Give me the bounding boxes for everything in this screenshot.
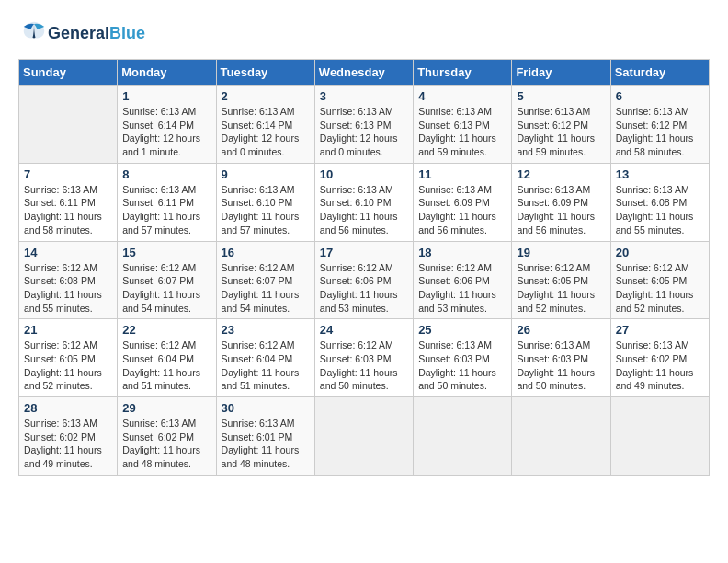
calendar-day-cell: 9Sunrise: 6:13 AMSunset: 6:10 PMDaylight… bbox=[216, 163, 314, 241]
day-of-week-header: Friday bbox=[512, 60, 610, 86]
calendar-day-cell: 19Sunrise: 6:12 AMSunset: 6:05 PMDayligh… bbox=[512, 241, 610, 319]
day-info: Sunrise: 6:13 AMSunset: 6:01 PMDaylight:… bbox=[222, 417, 310, 471]
calendar-day-cell: 13Sunrise: 6:13 AMSunset: 6:08 PMDayligh… bbox=[610, 163, 709, 241]
calendar-day-cell: 8Sunrise: 6:13 AMSunset: 6:11 PMDaylight… bbox=[118, 163, 216, 241]
day-number: 8 bbox=[122, 167, 210, 181]
day-number: 15 bbox=[122, 246, 210, 259]
day-info: Sunrise: 6:12 AMSunset: 6:05 PMDaylight:… bbox=[24, 339, 112, 393]
calendar-day-cell: 6Sunrise: 6:13 AMSunset: 6:12 PMDaylight… bbox=[610, 86, 709, 164]
day-of-week-header: Saturday bbox=[610, 60, 709, 86]
day-number: 30 bbox=[222, 401, 310, 415]
calendar-day-cell: 4Sunrise: 6:13 AMSunset: 6:13 PMDaylight… bbox=[414, 86, 512, 164]
day-info: Sunrise: 6:12 AMSunset: 6:03 PMDaylight:… bbox=[320, 339, 408, 393]
day-number: 28 bbox=[24, 401, 112, 415]
calendar-day-cell: 23Sunrise: 6:12 AMSunset: 6:04 PMDayligh… bbox=[216, 319, 314, 397]
logo-bird-icon bbox=[20, 18, 48, 46]
day-info: Sunrise: 6:13 AMSunset: 6:12 PMDaylight:… bbox=[517, 105, 605, 159]
day-info: Sunrise: 6:13 AMSunset: 6:13 PMDaylight:… bbox=[320, 105, 408, 159]
day-number: 23 bbox=[222, 323, 310, 337]
day-number: 16 bbox=[222, 246, 310, 259]
day-info: Sunrise: 6:13 AMSunset: 6:03 PMDaylight:… bbox=[418, 339, 506, 393]
day-info: Sunrise: 6:12 AMSunset: 6:04 PMDaylight:… bbox=[122, 339, 210, 393]
day-info: Sunrise: 6:13 AMSunset: 6:12 PMDaylight:… bbox=[616, 105, 704, 159]
day-number: 21 bbox=[24, 323, 112, 337]
calendar-day-cell: 30Sunrise: 6:13 AMSunset: 6:01 PMDayligh… bbox=[216, 397, 314, 476]
day-number: 20 bbox=[616, 246, 704, 259]
day-number: 5 bbox=[517, 89, 605, 103]
day-number: 26 bbox=[517, 323, 605, 337]
day-number: 22 bbox=[122, 323, 210, 337]
calendar-day-cell: 24Sunrise: 6:12 AMSunset: 6:03 PMDayligh… bbox=[314, 319, 413, 397]
calendar-day-cell bbox=[414, 397, 512, 476]
day-of-week-header: Sunday bbox=[19, 60, 118, 86]
day-info: Sunrise: 6:13 AMSunset: 6:08 PMDaylight:… bbox=[616, 183, 704, 237]
day-info: Sunrise: 6:12 AMSunset: 6:07 PMDaylight:… bbox=[222, 261, 310, 316]
calendar-day-cell: 28Sunrise: 6:13 AMSunset: 6:02 PMDayligh… bbox=[19, 397, 118, 476]
day-number: 29 bbox=[122, 401, 210, 415]
calendar-day-cell: 20Sunrise: 6:12 AMSunset: 6:05 PMDayligh… bbox=[610, 241, 709, 319]
calendar-day-cell: 16Sunrise: 6:12 AMSunset: 6:07 PMDayligh… bbox=[216, 241, 314, 319]
day-info: Sunrise: 6:13 AMSunset: 6:09 PMDaylight:… bbox=[418, 183, 506, 237]
day-info: Sunrise: 6:13 AMSunset: 6:14 PMDaylight:… bbox=[222, 105, 310, 159]
calendar-day-cell bbox=[512, 397, 610, 476]
calendar-day-cell: 26Sunrise: 6:13 AMSunset: 6:03 PMDayligh… bbox=[512, 319, 610, 397]
calendar-week-row: 14Sunrise: 6:12 AMSunset: 6:08 PMDayligh… bbox=[19, 241, 710, 319]
day-number: 27 bbox=[616, 323, 704, 337]
calendar-day-cell bbox=[610, 397, 709, 476]
calendar-day-cell: 2Sunrise: 6:13 AMSunset: 6:14 PMDaylight… bbox=[216, 86, 314, 164]
day-info: Sunrise: 6:13 AMSunset: 6:03 PMDaylight:… bbox=[517, 339, 605, 393]
calendar-day-cell: 11Sunrise: 6:13 AMSunset: 6:09 PMDayligh… bbox=[414, 163, 512, 241]
day-of-week-header: Tuesday bbox=[216, 60, 314, 86]
day-number: 4 bbox=[418, 89, 506, 103]
calendar-day-cell: 27Sunrise: 6:13 AMSunset: 6:02 PMDayligh… bbox=[610, 319, 709, 397]
calendar-day-cell bbox=[314, 397, 413, 476]
calendar-day-cell: 1Sunrise: 6:13 AMSunset: 6:14 PMDaylight… bbox=[118, 86, 216, 164]
day-info: Sunrise: 6:12 AMSunset: 6:04 PMDaylight:… bbox=[222, 339, 310, 393]
day-of-week-header: Monday bbox=[118, 60, 216, 86]
day-number: 2 bbox=[222, 89, 310, 103]
calendar-day-cell: 3Sunrise: 6:13 AMSunset: 6:13 PMDaylight… bbox=[314, 86, 413, 164]
day-info: Sunrise: 6:13 AMSunset: 6:02 PMDaylight:… bbox=[616, 339, 704, 393]
day-number: 18 bbox=[418, 246, 506, 259]
day-of-week-header: Thursday bbox=[414, 60, 512, 86]
calendar-day-cell: 22Sunrise: 6:12 AMSunset: 6:04 PMDayligh… bbox=[118, 319, 216, 397]
day-info: Sunrise: 6:13 AMSunset: 6:11 PMDaylight:… bbox=[122, 183, 210, 237]
day-info: Sunrise: 6:12 AMSunset: 6:05 PMDaylight:… bbox=[616, 261, 704, 316]
calendar-day-cell: 21Sunrise: 6:12 AMSunset: 6:05 PMDayligh… bbox=[19, 319, 118, 397]
day-info: Sunrise: 6:13 AMSunset: 6:13 PMDaylight:… bbox=[418, 105, 506, 159]
day-info: Sunrise: 6:13 AMSunset: 6:10 PMDaylight:… bbox=[222, 183, 310, 237]
calendar-day-cell: 12Sunrise: 6:13 AMSunset: 6:09 PMDayligh… bbox=[512, 163, 610, 241]
calendar-day-cell: 7Sunrise: 6:13 AMSunset: 6:11 PMDaylight… bbox=[19, 163, 118, 241]
day-number: 14 bbox=[24, 246, 112, 259]
day-info: Sunrise: 6:12 AMSunset: 6:06 PMDaylight:… bbox=[418, 261, 506, 316]
day-number: 7 bbox=[24, 167, 112, 181]
day-number: 9 bbox=[222, 167, 310, 181]
calendar-day-cell bbox=[19, 86, 118, 164]
day-info: Sunrise: 6:12 AMSunset: 6:08 PMDaylight:… bbox=[24, 261, 112, 316]
day-number: 6 bbox=[616, 89, 704, 103]
day-number: 1 bbox=[122, 89, 210, 103]
days-header-row: SundayMondayTuesdayWednesdayThursdayFrid… bbox=[19, 60, 710, 86]
day-number: 3 bbox=[320, 89, 408, 103]
logo: GeneralBlue bbox=[18, 18, 145, 50]
day-number: 24 bbox=[320, 323, 408, 337]
day-number: 13 bbox=[616, 167, 704, 181]
calendar-week-row: 1Sunrise: 6:13 AMSunset: 6:14 PMDaylight… bbox=[19, 86, 710, 164]
day-info: Sunrise: 6:12 AMSunset: 6:06 PMDaylight:… bbox=[320, 261, 408, 316]
day-number: 25 bbox=[418, 323, 506, 337]
day-info: Sunrise: 6:13 AMSunset: 6:02 PMDaylight:… bbox=[122, 417, 210, 471]
day-info: Sunrise: 6:13 AMSunset: 6:11 PMDaylight:… bbox=[24, 183, 112, 237]
calendar-week-row: 28Sunrise: 6:13 AMSunset: 6:02 PMDayligh… bbox=[19, 397, 710, 476]
day-number: 10 bbox=[320, 167, 408, 181]
page-header: GeneralBlue bbox=[18, 18, 710, 50]
calendar-day-cell: 10Sunrise: 6:13 AMSunset: 6:10 PMDayligh… bbox=[314, 163, 413, 241]
day-number: 17 bbox=[320, 246, 408, 259]
day-info: Sunrise: 6:13 AMSunset: 6:10 PMDaylight:… bbox=[320, 183, 408, 237]
day-number: 12 bbox=[517, 167, 605, 181]
day-of-week-header: Wednesday bbox=[314, 60, 413, 86]
day-info: Sunrise: 6:12 AMSunset: 6:07 PMDaylight:… bbox=[122, 261, 210, 316]
day-info: Sunrise: 6:12 AMSunset: 6:05 PMDaylight:… bbox=[517, 261, 605, 316]
calendar-table: SundayMondayTuesdayWednesdayThursdayFrid… bbox=[18, 59, 710, 476]
calendar-day-cell: 14Sunrise: 6:12 AMSunset: 6:08 PMDayligh… bbox=[19, 241, 118, 319]
day-info: Sunrise: 6:13 AMSunset: 6:02 PMDaylight:… bbox=[24, 417, 112, 471]
